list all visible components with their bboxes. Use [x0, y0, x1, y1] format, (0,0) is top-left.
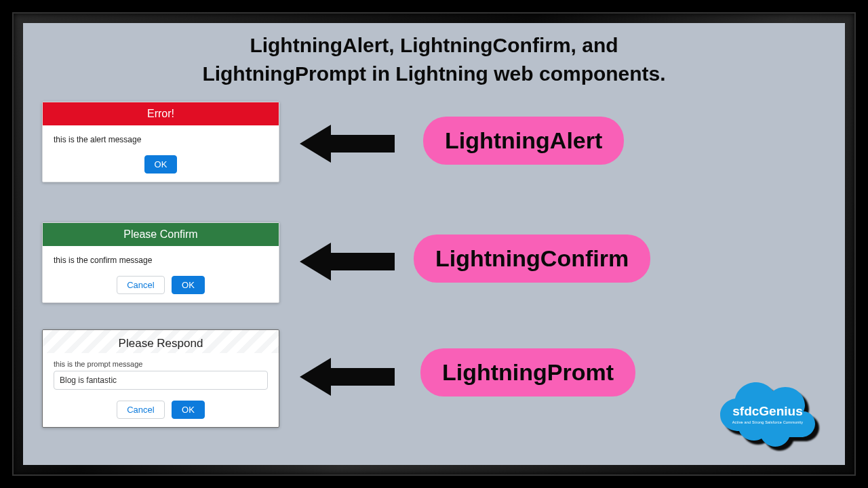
prompt-dialog: Please Respond this is the prompt messag…	[42, 329, 279, 428]
confirm-ok-button[interactable]: OK	[172, 276, 205, 294]
label-pill-confirm: LightningConfirm	[414, 235, 650, 283]
prompt-input[interactable]	[54, 371, 268, 390]
prompt-dialog-sublabel: this is the prompt message	[43, 353, 279, 371]
svg-marker-2	[300, 358, 395, 396]
prompt-cancel-button[interactable]: Cancel	[117, 401, 164, 419]
svg-marker-1	[300, 243, 395, 281]
prompt-ok-button[interactable]: OK	[172, 401, 205, 419]
alert-dialog-header: Error!	[43, 102, 279, 125]
confirm-dialog-footer: Cancel OK	[43, 272, 279, 302]
title-line-2: LightningPrompt in Lightning web compone…	[202, 62, 665, 85]
alert-dialog: Error! this is the alert message OK	[42, 102, 279, 182]
prompt-dialog-header: Please Respond	[43, 330, 279, 353]
alert-ok-button[interactable]: OK	[144, 155, 178, 174]
page-title: LightningAlert, LightningConfirm, and Li…	[23, 31, 845, 88]
label-pill-prompt: LightningPromt	[420, 348, 635, 396]
title-line-1: LightningAlert, LightningConfirm, and	[250, 34, 618, 56]
label-pill-alert: LightningAlert	[423, 117, 624, 165]
confirm-cancel-button[interactable]: Cancel	[117, 276, 164, 294]
confirm-dialog: Please Confirm this is the confirm messa…	[42, 222, 279, 303]
prompt-dialog-footer: Cancel OK	[43, 396, 279, 427]
logo-tagline: Active and Strong Salsforce Community	[713, 420, 822, 424]
outer-frame: LightningAlert, LightningConfirm, and Li…	[0, 0, 868, 488]
prompt-input-wrap	[54, 371, 268, 390]
slide-canvas: LightningAlert, LightningConfirm, and Li…	[23, 23, 845, 465]
svg-marker-0	[300, 125, 395, 163]
alert-dialog-message: this is the alert message	[43, 125, 279, 151]
picture-frame: LightningAlert, LightningConfirm, and Li…	[12, 12, 856, 476]
logo-text: sfdcGenius	[713, 404, 822, 419]
confirm-dialog-header: Please Confirm	[43, 223, 279, 246]
arrow-icon	[300, 243, 395, 281]
confirm-dialog-message: this is the confirm message	[43, 246, 279, 272]
arrow-icon	[300, 358, 395, 396]
arrow-icon	[300, 125, 395, 163]
alert-dialog-footer: OK	[43, 151, 279, 182]
logo: sfdcGenius Active and Strong Salsforce C…	[713, 378, 822, 453]
